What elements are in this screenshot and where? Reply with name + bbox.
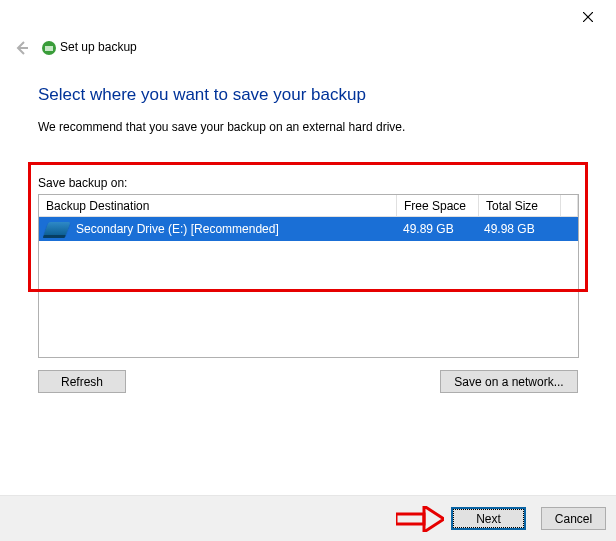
col-header-pad <box>561 195 578 217</box>
backup-destination-list[interactable]: Backup Destination Free Space Total Size… <box>38 194 579 358</box>
col-header-destination[interactable]: Backup Destination <box>39 195 397 217</box>
destination-total-size: 49.98 GB <box>477 217 558 241</box>
page-heading: Select where you want to save your backu… <box>38 85 366 105</box>
page-subheading: We recommend that you save your backup o… <box>38 120 405 134</box>
title-bar: Set up backup <box>0 0 616 60</box>
destination-name: Secondary Drive (E:) [Recommended] <box>76 217 279 241</box>
window-title: Set up backup <box>60 40 137 54</box>
list-header: Backup Destination Free Space Total Size <box>39 195 578 217</box>
svg-rect-4 <box>45 46 53 51</box>
destination-row[interactable]: Secondary Drive (E:) [Recommended] 49.89… <box>39 217 578 241</box>
cancel-button[interactable]: Cancel <box>541 507 606 530</box>
save-on-network-button[interactable]: Save on a network... <box>440 370 578 393</box>
back-icon[interactable] <box>14 40 30 56</box>
close-button[interactable] <box>576 5 600 29</box>
dialog-footer: Next Cancel <box>0 495 616 541</box>
drive-icon <box>43 222 70 236</box>
save-backup-on-label: Save backup on: <box>38 176 127 190</box>
col-header-free-space[interactable]: Free Space <box>397 195 479 217</box>
destination-free-space: 49.89 GB <box>396 217 477 241</box>
backup-wizard-icon <box>40 38 58 56</box>
col-header-total-size[interactable]: Total Size <box>479 195 561 217</box>
next-button[interactable]: Next <box>451 507 526 530</box>
refresh-button[interactable]: Refresh <box>38 370 126 393</box>
